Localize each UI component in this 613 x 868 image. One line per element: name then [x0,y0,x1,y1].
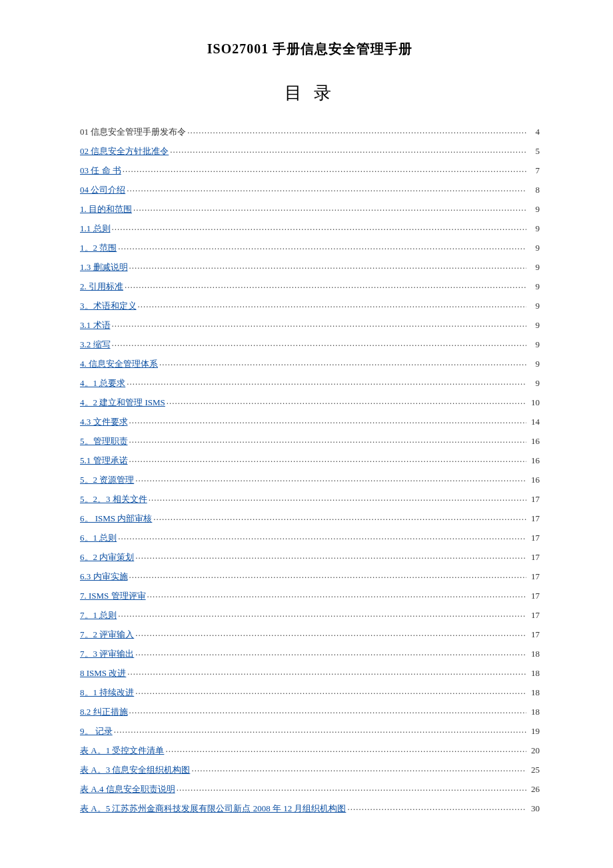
toc-entry-page: 9 [528,205,540,213]
toc-entry-label[interactable]: 9。 记录 [80,727,113,735]
toc-entry-page: 9 [528,282,540,291]
toc-entry: 4。2 建立和管理 ISMS10 [80,392,540,411]
toc-entry: 02 信息安全方针批准令5 [80,141,540,160]
toc-entry-label[interactable]: 7. ISMS 管理评审 [80,591,146,600]
toc-entry-label[interactable]: 6。1 总则 [80,533,117,542]
toc-entry-page: 4 [528,127,540,136]
toc-entry-label[interactable]: 1.3 删减说明 [80,263,128,271]
toc-leader-dots [170,145,526,154]
toc-entry: 9。 记录19 [80,721,540,740]
toc-leader-dots [112,319,527,328]
toc-entry-page: 9 [528,301,540,310]
toc-entry: 1.3 删减说明9 [80,257,540,276]
toc-leader-dots [177,783,526,792]
toc-entry-label[interactable]: 5。2。3 相关文件 [80,495,147,503]
toc-heading: 目 录 [80,81,540,105]
toc-entry: 表 A.4 信息安全职责说明26 [80,779,540,798]
toc-entry-label[interactable]: 4.3 文件要求 [80,417,128,426]
toc-entry-label[interactable]: 表 A。1 受控文件清单 [80,746,164,755]
toc-entry-label[interactable]: 4。2 建立和管理 ISMS [80,398,165,407]
toc-leader-dots [135,687,526,695]
toc-entry-page: 16 [528,456,540,465]
toc-leader-dots [114,725,526,734]
toc-entry-label[interactable]: 4。1 总要求 [80,379,125,387]
toc-entry-label[interactable]: 8。1 持续改进 [80,688,134,697]
toc-entry-label[interactable]: 2. 引用标准 [80,282,123,291]
toc-leader-dots [133,203,526,212]
toc-leader-dots [118,609,526,618]
toc-entry-label[interactable]: 3.1 术语 [80,321,111,329]
toc-entry: 04 公司介绍8 [80,179,540,199]
toc-leader-dots [149,493,526,502]
toc-entry: 4。1 总要求9 [80,373,540,392]
toc-entry-label[interactable]: 5。2 资源管理 [80,475,134,484]
toc-entry-page: 16 [528,475,540,484]
toc-entry-label[interactable]: 4. 信息安全管理体系 [80,359,158,368]
toc-entry-label[interactable]: 7。3 评审输出 [80,649,134,658]
toc-entry-page: 18 [528,669,540,677]
toc-entry: 7. ISMS 管理评审17 [80,585,540,605]
toc-entry-label[interactable]: 04 公司介绍 [80,185,125,194]
toc-entry-label[interactable]: 6。2 内审策划 [80,553,134,561]
toc-entry-label[interactable]: 8.2 纠正措施 [80,707,128,716]
toc-leader-dots [129,416,527,425]
toc-entry: 3。术语和定义9 [80,295,540,315]
toc-entry-page: 17 [528,630,540,639]
toc-leader-dots [112,223,527,231]
toc-entry-label[interactable]: 8 ISMS 改进 [80,669,126,677]
toc-leader-dots [129,261,527,270]
toc-entry-page: 17 [528,495,540,503]
toc-entry: 5。2。3 相关文件17 [80,489,540,508]
toc-entry: 1。2 范围9 [80,237,540,257]
toc-leader-dots [118,532,526,541]
toc-leader-dots [135,648,526,657]
toc-leader-dots [129,435,527,444]
toc-entry: 3.2 缩写9 [80,334,540,353]
toc-leader-dots [165,745,526,753]
toc-entry-label[interactable]: 1。2 范围 [80,243,117,252]
toc-entry-label[interactable]: 7。1 总则 [80,611,117,619]
toc-entry-page: 18 [528,688,540,697]
toc-entry-label[interactable]: 1.1 总则 [80,224,111,233]
toc-entry: 6。2 内审策划17 [80,547,540,566]
toc-entry-page: 17 [528,572,540,581]
toc-entry-label[interactable]: 表 A。5 江苏苏州金商科技发展有限公司新点 2008 年 12 月组织机构图 [80,804,346,813]
toc-entry-label[interactable]: 1. 目的和范围 [80,205,132,213]
toc-entry-page: 9 [528,359,540,368]
toc-leader-dots [167,397,526,405]
toc-leader-dots [187,126,526,135]
toc-entry-label[interactable]: 6.3 内审实施 [80,572,128,581]
toc-entry-page: 14 [528,417,540,426]
toc-entry-page: 17 [528,591,540,600]
toc-leader-dots [129,455,527,463]
toc-entry: 7。3 评审输出18 [80,643,540,663]
toc-entry: 8 ISMS 改进18 [80,663,540,682]
toc-entry-label[interactable]: 5.1 管理承诺 [80,456,128,465]
toc-entry-page: 9 [528,379,540,387]
toc-entry: 7。2 评审输入17 [80,624,540,643]
toc-entry-page: 26 [528,785,540,793]
toc-leader-dots [347,803,526,811]
toc-leader-dots [138,300,527,309]
toc-entry-label[interactable]: 3.2 缩写 [80,340,111,349]
toc-leader-dots [129,571,527,579]
toc-leader-dots [127,377,526,386]
toc-entry-label[interactable]: 表 A.4 信息安全职责说明 [80,785,175,793]
toc-entry: 1.1 总则9 [80,218,540,237]
toc-entry: 6.3 内审实施17 [80,566,540,585]
toc-leader-dots [191,764,526,773]
toc-entry-page: 18 [528,649,540,658]
toc-entry-label[interactable]: 6。 ISMS 内部审核 [80,514,152,523]
toc-entry-label[interactable]: 03 任 命 书 [80,166,121,175]
toc-leader-dots [135,474,526,483]
toc-entry: 6。1 总则17 [80,527,540,547]
toc-entry-label[interactable]: 5。管理职责 [80,437,128,445]
toc-leader-dots [127,184,526,193]
toc-entry-page: 17 [528,514,540,523]
toc-entry-label[interactable]: 7。2 评审输入 [80,630,134,639]
toc-entry-label[interactable]: 02 信息安全方针批准令 [80,147,169,155]
toc-entry-label[interactable]: 表 A。3 信息安全组织机构图 [80,765,190,774]
toc-entry: 01 信息安全管理手册发布令4 [80,121,540,141]
toc-entry: 5.1 管理承诺16 [80,450,540,469]
toc-entry-label[interactable]: 3。术语和定义 [80,301,137,310]
